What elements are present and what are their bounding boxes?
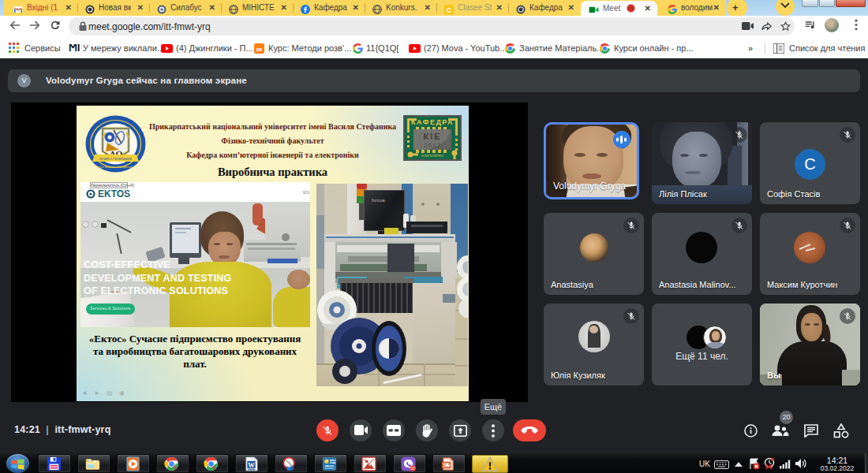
svg-text:m: m <box>256 45 263 53</box>
svg-text:КОМП’ЮТЕРНОЇ: КОМП’ЮТЕРНОЇ <box>421 155 443 158</box>
svg-text:C: C <box>447 6 452 14</box>
svg-text:2012: 2012 <box>424 142 441 149</box>
svg-text:КАФЕДРА: КАФЕДРА <box>411 118 454 126</box>
svg-text:20: 20 <box>411 467 416 471</box>
svg-text:КІЕ: КІЕ <box>423 132 441 141</box>
svg-text:W: W <box>248 461 255 469</box>
